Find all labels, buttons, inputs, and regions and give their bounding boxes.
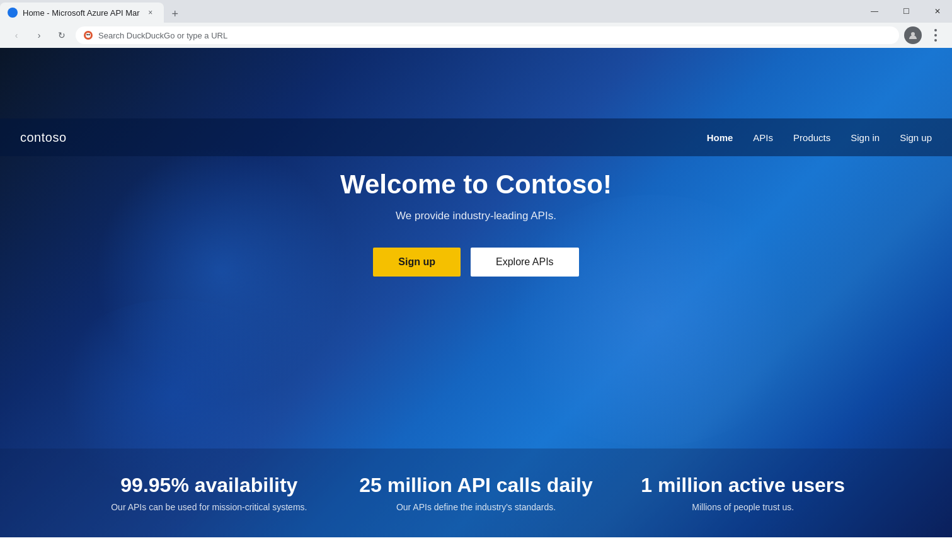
- stat-desc-calls: Our APIs define the industry's standards…: [343, 502, 610, 512]
- hero-buttons: Sign up Explore APIs: [373, 248, 578, 277]
- active-tab[interactable]: Home - Microsoft Azure API Mar ×: [0, 3, 164, 23]
- tab-favicon: [8, 8, 18, 18]
- svg-point-3: [88, 34, 89, 35]
- website-content: contoso Home APIs Products Sign in Sign …: [0, 48, 952, 537]
- minimize-button[interactable]: —: [860, 1, 889, 21]
- stats-section: 99.95% availability Our APIs can be used…: [0, 449, 952, 537]
- profile-button[interactable]: [904, 26, 922, 44]
- stat-item-users: 1 million active users Millions of peopl…: [609, 474, 876, 512]
- nav-links: Home APIs Products Sign in Sign up: [707, 132, 932, 143]
- stat-item-availability: 99.95% availability Our APIs can be used…: [76, 474, 343, 512]
- hero-section: contoso Home APIs Products Sign in Sign …: [0, 48, 952, 537]
- omnibox[interactable]: Search DuckDuckGo or type a URL: [76, 26, 899, 44]
- close-button[interactable]: ✕: [923, 1, 952, 21]
- nav-signup[interactable]: Sign up: [900, 132, 932, 143]
- hero-subtitle: We provide industry-leading APIs.: [396, 210, 556, 222]
- explore-apis-button[interactable]: Explore APIs: [471, 248, 579, 277]
- tab-title: Home - Microsoft Azure API Mar: [23, 8, 140, 18]
- stat-item-calls: 25 million API calls daily Our APIs defi…: [343, 474, 610, 512]
- stat-desc-users: Millions of people trust us.: [609, 502, 876, 512]
- nav-home[interactable]: Home: [707, 132, 733, 143]
- hero-content: Welcome to Contoso! We provide industry-…: [0, 48, 952, 449]
- browser-chrome: Home - Microsoft Azure API Mar × + — ☐ ✕…: [0, 0, 952, 48]
- site-logo: contoso: [20, 130, 67, 145]
- stat-number-availability: 99.95% availability: [76, 474, 343, 497]
- stat-desc-availability: Our APIs can be used for mission-critica…: [76, 502, 343, 512]
- stat-number-users: 1 million active users: [609, 474, 876, 497]
- nav-signin[interactable]: Sign in: [851, 132, 880, 143]
- browser-menu-button[interactable]: [927, 26, 944, 44]
- forward-button[interactable]: ›: [30, 26, 48, 44]
- window-controls: — ☐ ✕: [860, 1, 952, 21]
- back-button[interactable]: ‹: [8, 26, 25, 44]
- hero-title: Welcome to Contoso!: [340, 169, 612, 200]
- svg-point-2: [86, 34, 88, 35]
- site-navigation: contoso Home APIs Products Sign in Sign …: [0, 118, 952, 156]
- reload-button[interactable]: ↻: [53, 26, 71, 44]
- omnibox-text: Search DuckDuckGo or type a URL: [98, 31, 892, 40]
- maximize-button[interactable]: ☐: [892, 1, 920, 21]
- new-tab-button[interactable]: +: [166, 5, 184, 23]
- stat-number-calls: 25 million API calls daily: [343, 474, 610, 497]
- omnibox-icon: [83, 30, 93, 40]
- title-bar: Home - Microsoft Azure API Mar × + — ☐ ✕: [0, 0, 952, 23]
- nav-apis[interactable]: APIs: [753, 132, 773, 143]
- address-bar: ‹ › ↻ Search DuckDuckGo or type a URL: [0, 23, 952, 48]
- signup-button[interactable]: Sign up: [373, 248, 461, 277]
- svg-point-1: [86, 33, 91, 38]
- tab-close-button[interactable]: ×: [145, 7, 156, 18]
- nav-products[interactable]: Products: [793, 132, 830, 143]
